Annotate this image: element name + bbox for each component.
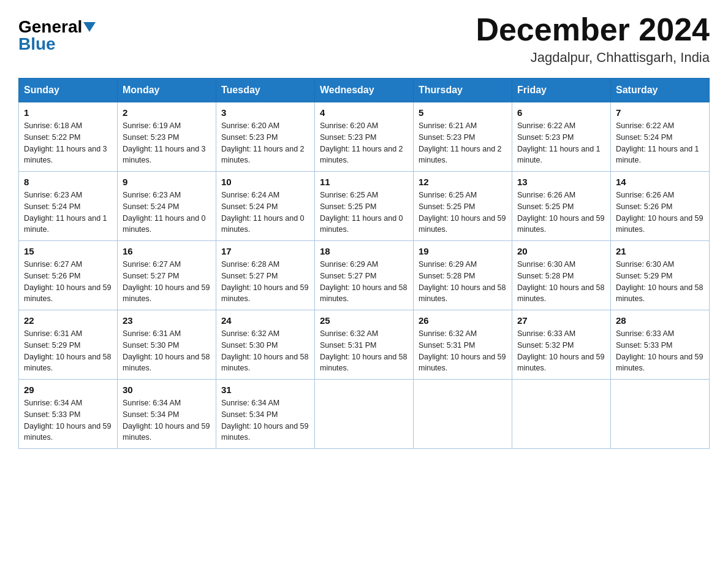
day-number: 23 [123,315,211,326]
calendar-cell: 15Sunrise: 6:27 AMSunset: 5:26 PMDayligh… [19,241,118,310]
day-number: 24 [221,315,309,326]
day-header-wednesday: Wednesday [315,79,414,102]
day-number: 30 [123,385,211,395]
day-info: Sunrise: 6:30 AMSunset: 5:28 PMDaylight:… [517,260,604,303]
day-number: 7 [616,107,704,118]
calendar-cell: 22Sunrise: 6:31 AMSunset: 5:29 PMDayligh… [19,310,118,380]
calendar-cell: 25Sunrise: 6:32 AMSunset: 5:31 PMDayligh… [315,310,414,380]
calendar-cell: 9Sunrise: 6:23 AMSunset: 5:24 PMDaylight… [118,172,216,241]
day-number: 18 [320,246,408,256]
day-info: Sunrise: 6:32 AMSunset: 5:30 PMDaylight:… [221,329,308,372]
calendar-cell: 2Sunrise: 6:19 AMSunset: 5:23 PMDaylight… [118,102,216,172]
day-info: Sunrise: 6:32 AMSunset: 5:31 PMDaylight:… [320,329,407,372]
day-info: Sunrise: 6:24 AMSunset: 5:24 PMDaylight:… [221,191,305,234]
day-number: 6 [517,107,605,118]
day-info: Sunrise: 6:34 AMSunset: 5:34 PMDaylight:… [221,399,308,442]
day-header-sunday: Sunday [19,79,118,102]
calendar-cell: 27Sunrise: 6:33 AMSunset: 5:32 PMDayligh… [512,310,611,380]
calendar-cell: 13Sunrise: 6:26 AMSunset: 5:25 PMDayligh… [512,172,611,241]
day-info: Sunrise: 6:20 AMSunset: 5:23 PMDaylight:… [320,121,403,164]
day-info: Sunrise: 6:27 AMSunset: 5:27 PMDaylight:… [123,260,210,303]
calendar-cell: 4Sunrise: 6:20 AMSunset: 5:23 PMDaylight… [315,102,414,172]
calendar-cell: 1Sunrise: 6:18 AMSunset: 5:22 PMDaylight… [19,102,118,172]
day-number: 1 [24,107,112,118]
day-number: 14 [616,177,704,187]
calendar-cell: 21Sunrise: 6:30 AMSunset: 5:29 PMDayligh… [611,241,710,310]
week-row-5: 29Sunrise: 6:34 AMSunset: 5:33 PMDayligh… [19,380,710,449]
day-info: Sunrise: 6:28 AMSunset: 5:27 PMDaylight:… [221,260,308,303]
day-info: Sunrise: 6:31 AMSunset: 5:30 PMDaylight:… [123,329,210,372]
calendar-cell: 8Sunrise: 6:23 AMSunset: 5:24 PMDaylight… [19,172,118,241]
logo-general: General [18,18,82,36]
day-info: Sunrise: 6:19 AMSunset: 5:23 PMDaylight:… [123,121,206,164]
day-number: 20 [517,246,605,256]
calendar-cell [315,380,414,449]
page-header: General Blue December 2024 Jagdalpur, Ch… [18,12,710,66]
logo-blue: Blue [18,36,56,53]
calendar-cell: 5Sunrise: 6:21 AMSunset: 5:23 PMDaylight… [414,102,512,172]
day-number: 2 [123,107,211,118]
calendar-table: SundayMondayTuesdayWednesdayThursdayFrid… [18,78,710,449]
logo-triangle-icon [83,22,96,32]
days-header-row: SundayMondayTuesdayWednesdayThursdayFrid… [19,79,710,102]
calendar-cell: 14Sunrise: 6:26 AMSunset: 5:26 PMDayligh… [611,172,710,241]
day-info: Sunrise: 6:34 AMSunset: 5:34 PMDaylight:… [123,399,210,442]
calendar-cell [414,380,512,449]
calendar-cell: 10Sunrise: 6:24 AMSunset: 5:24 PMDayligh… [216,172,315,241]
location: Jagdalpur, Chhattisgarh, India [476,50,710,66]
day-info: Sunrise: 6:33 AMSunset: 5:32 PMDaylight:… [517,329,604,372]
day-number: 25 [320,315,408,326]
day-header-tuesday: Tuesday [216,79,315,102]
day-info: Sunrise: 6:23 AMSunset: 5:24 PMDaylight:… [123,191,206,234]
calendar-cell [611,380,710,449]
day-info: Sunrise: 6:21 AMSunset: 5:23 PMDaylight:… [419,121,502,164]
day-info: Sunrise: 6:27 AMSunset: 5:26 PMDaylight:… [24,260,111,303]
day-info: Sunrise: 6:31 AMSunset: 5:29 PMDaylight:… [24,329,111,372]
day-number: 11 [320,177,408,187]
day-number: 22 [24,315,112,326]
calendar-cell: 20Sunrise: 6:30 AMSunset: 5:28 PMDayligh… [512,241,611,310]
calendar-cell: 29Sunrise: 6:34 AMSunset: 5:33 PMDayligh… [19,380,118,449]
day-info: Sunrise: 6:18 AMSunset: 5:22 PMDaylight:… [24,121,107,164]
day-number: 8 [24,177,112,187]
day-number: 15 [24,246,112,256]
day-info: Sunrise: 6:29 AMSunset: 5:27 PMDaylight:… [320,260,407,303]
day-info: Sunrise: 6:29 AMSunset: 5:28 PMDaylight:… [419,260,506,303]
day-number: 27 [517,315,605,326]
calendar-cell: 11Sunrise: 6:25 AMSunset: 5:25 PMDayligh… [315,172,414,241]
day-number: 29 [24,385,112,395]
calendar-cell [512,380,611,449]
month-title: December 2024 [476,12,710,47]
day-number: 12 [419,177,507,187]
calendar-cell: 6Sunrise: 6:22 AMSunset: 5:23 PMDaylight… [512,102,611,172]
day-info: Sunrise: 6:30 AMSunset: 5:29 PMDaylight:… [616,260,703,303]
title-block: December 2024 Jagdalpur, Chhattisgarh, I… [476,12,710,66]
day-info: Sunrise: 6:32 AMSunset: 5:31 PMDaylight:… [419,329,506,372]
day-info: Sunrise: 6:34 AMSunset: 5:33 PMDaylight:… [24,399,111,442]
day-number: 3 [221,107,309,118]
day-info: Sunrise: 6:20 AMSunset: 5:23 PMDaylight:… [221,121,305,164]
calendar-cell: 26Sunrise: 6:32 AMSunset: 5:31 PMDayligh… [414,310,512,380]
week-row-3: 15Sunrise: 6:27 AMSunset: 5:26 PMDayligh… [19,241,710,310]
day-info: Sunrise: 6:22 AMSunset: 5:24 PMDaylight:… [616,121,699,164]
calendar-cell: 23Sunrise: 6:31 AMSunset: 5:30 PMDayligh… [118,310,216,380]
week-row-1: 1Sunrise: 6:18 AMSunset: 5:22 PMDaylight… [19,102,710,172]
calendar-cell: 30Sunrise: 6:34 AMSunset: 5:34 PMDayligh… [118,380,216,449]
day-info: Sunrise: 6:33 AMSunset: 5:33 PMDaylight:… [616,329,703,372]
calendar-cell: 24Sunrise: 6:32 AMSunset: 5:30 PMDayligh… [216,310,315,380]
day-header-friday: Friday [512,79,611,102]
day-number: 17 [221,246,309,256]
day-info: Sunrise: 6:26 AMSunset: 5:25 PMDaylight:… [517,191,604,234]
calendar-cell: 28Sunrise: 6:33 AMSunset: 5:33 PMDayligh… [611,310,710,380]
day-number: 13 [517,177,605,187]
day-number: 10 [221,177,309,187]
day-number: 9 [123,177,211,187]
calendar-cell: 16Sunrise: 6:27 AMSunset: 5:27 PMDayligh… [118,241,216,310]
day-number: 28 [616,315,704,326]
day-number: 21 [616,246,704,256]
day-info: Sunrise: 6:25 AMSunset: 5:25 PMDaylight:… [419,191,506,234]
day-number: 4 [320,107,408,118]
logo: General Blue [18,12,96,53]
calendar-cell: 19Sunrise: 6:29 AMSunset: 5:28 PMDayligh… [414,241,512,310]
calendar-cell: 7Sunrise: 6:22 AMSunset: 5:24 PMDaylight… [611,102,710,172]
